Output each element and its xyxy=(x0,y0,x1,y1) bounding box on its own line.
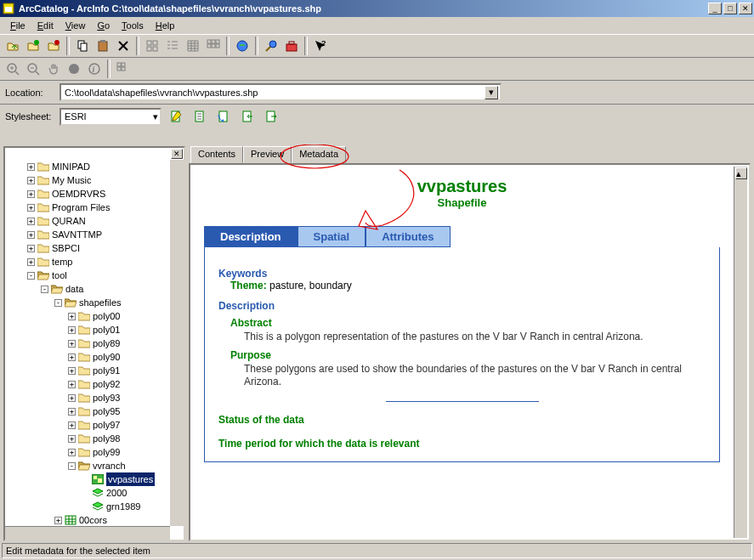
metadata-properties-button[interactable] xyxy=(190,107,209,126)
export-metadata-button[interactable] xyxy=(262,107,281,126)
tab-contents[interactable]: Contents xyxy=(190,146,243,163)
zoom-in-button[interactable] xyxy=(3,59,22,78)
menu-file[interactable]: File xyxy=(5,19,31,32)
close-button[interactable]: ✕ xyxy=(739,3,752,14)
whats-this-button[interactable]: ? xyxy=(311,37,330,55)
expand-toggle[interactable]: + xyxy=(27,231,35,239)
expand-toggle[interactable]: + xyxy=(68,354,76,361)
expand-toggle[interactable]: + xyxy=(27,163,35,171)
expand-toggle[interactable]: + xyxy=(68,340,76,348)
tree-item[interactable]: +poly90 xyxy=(7,350,182,364)
tree-item[interactable]: +temp xyxy=(7,255,182,269)
tree-item[interactable]: +poly91 xyxy=(7,364,182,377)
tree-item[interactable]: +poly95 xyxy=(7,404,182,418)
expand-toggle[interactable]: + xyxy=(27,258,35,266)
expand-toggle[interactable]: - xyxy=(41,286,48,293)
thumbnails-button[interactable] xyxy=(204,37,223,55)
expand-toggle[interactable]: + xyxy=(68,449,76,456)
expand-toggle[interactable]: + xyxy=(68,408,76,416)
tree-horizontal-scrollbar[interactable] xyxy=(5,526,170,540)
panel-close-button[interactable]: ✕ xyxy=(171,149,183,159)
expand-toggle[interactable]: + xyxy=(54,517,62,524)
expand-toggle[interactable]: - xyxy=(27,272,35,280)
tree-item[interactable]: +poly01 xyxy=(7,323,182,337)
paste-button[interactable] xyxy=(94,37,112,55)
menu-help[interactable]: Help xyxy=(150,19,180,32)
tree-item[interactable]: +poly93 xyxy=(7,391,182,404)
up-folder-button[interactable] xyxy=(3,37,22,55)
tree-item[interactable]: -tool xyxy=(7,269,182,282)
disconnect-folder-button[interactable] xyxy=(44,37,63,55)
tree-item[interactable]: -vvranch xyxy=(7,459,182,472)
scroll-up-icon[interactable]: ▴ xyxy=(735,167,747,179)
identify-button[interactable]: i xyxy=(85,59,104,78)
tree-item[interactable]: +Program Files xyxy=(7,201,182,214)
expand-toggle[interactable]: + xyxy=(27,177,35,184)
tree-item[interactable]: +poly99 xyxy=(7,445,182,459)
menu-view[interactable]: View xyxy=(60,19,91,32)
list-view-button[interactable] xyxy=(163,37,182,55)
tree-item[interactable]: vvpastures xyxy=(7,472,182,486)
dropdown-icon[interactable]: ▾ xyxy=(153,111,158,122)
catalog-tree[interactable]: +MINIPAD+My Music+OEMDRVRS+Program Files… xyxy=(5,148,184,540)
create-metadata-button[interactable] xyxy=(214,107,233,126)
menu-tools[interactable]: Tools xyxy=(116,19,149,32)
search-button[interactable] xyxy=(262,37,281,55)
expand-toggle[interactable]: + xyxy=(27,190,35,198)
toolbox-button[interactable] xyxy=(282,37,301,55)
tree-item[interactable]: +QURAN xyxy=(7,214,182,228)
expand-toggle[interactable]: + xyxy=(68,313,76,320)
expand-toggle[interactable]: + xyxy=(68,367,76,375)
connect-folder-button[interactable] xyxy=(24,37,43,55)
tree-item[interactable]: -data xyxy=(7,282,182,296)
expand-toggle[interactable]: + xyxy=(68,326,76,334)
tree-item[interactable]: +poly98 xyxy=(7,432,182,445)
create-thumbnail-button[interactable] xyxy=(114,59,133,78)
tab-preview[interactable]: Preview xyxy=(243,146,292,163)
expand-toggle[interactable]: + xyxy=(68,394,76,402)
expand-toggle[interactable]: + xyxy=(68,435,76,443)
edit-metadata-button[interactable] xyxy=(167,107,185,126)
menu-go[interactable]: Go xyxy=(92,19,115,32)
zoom-out-button[interactable] xyxy=(24,59,43,78)
tree-item[interactable]: -shapefiles xyxy=(7,296,182,309)
large-icons-button[interactable] xyxy=(143,37,162,55)
tree-vertical-scrollbar[interactable] xyxy=(170,160,184,526)
tree-item[interactable]: +SAVNTTMP xyxy=(7,228,182,241)
tree-item[interactable]: +SBPCI xyxy=(7,241,182,255)
doc-vertical-scrollbar[interactable]: ▴ xyxy=(734,167,747,538)
tree-item[interactable]: +poly00 xyxy=(7,309,182,323)
tree-item[interactable]: +MINIPAD xyxy=(7,160,182,173)
dropdown-icon[interactable]: ▾ xyxy=(485,86,498,99)
maximize-button[interactable]: □ xyxy=(723,3,737,14)
meta-tab-attributes[interactable]: Attributes xyxy=(366,226,450,247)
full-extent-button[interactable] xyxy=(65,59,83,78)
expand-toggle[interactable]: + xyxy=(68,421,76,429)
expand-toggle[interactable]: + xyxy=(27,245,35,252)
copy-button[interactable] xyxy=(73,37,92,55)
pan-button[interactable] xyxy=(44,59,63,78)
stylesheet-combo[interactable]: ESRI ▾ xyxy=(60,108,162,126)
expand-toggle[interactable]: + xyxy=(27,218,35,225)
import-metadata-button[interactable] xyxy=(238,107,257,126)
delete-button[interactable] xyxy=(114,37,133,55)
details-view-button[interactable] xyxy=(184,37,202,55)
expand-toggle[interactable]: - xyxy=(54,299,62,307)
tab-metadata[interactable]: Metadata xyxy=(292,146,346,163)
tree-item[interactable]: +OEMDRVRS xyxy=(7,187,182,201)
tree-item[interactable]: grn1989 xyxy=(7,500,182,513)
expand-toggle[interactable]: + xyxy=(27,204,35,212)
expand-toggle[interactable]: + xyxy=(68,381,76,388)
tree-item[interactable]: +poly92 xyxy=(7,377,182,391)
menu-edit[interactable]: Edit xyxy=(32,19,59,32)
tree-item[interactable]: +My Music xyxy=(7,173,182,187)
location-combo[interactable]: C:\tool\data\shapefiles\vvranch\vvpastur… xyxy=(60,83,502,101)
tree-item[interactable]: +00cors xyxy=(7,513,182,527)
minimize-button[interactable]: _ xyxy=(708,3,722,14)
tree-item[interactable]: +poly97 xyxy=(7,418,182,432)
tree-item[interactable]: 2000 xyxy=(7,486,182,500)
expand-toggle[interactable]: - xyxy=(68,462,76,470)
meta-tab-spatial[interactable]: Spatial xyxy=(298,226,366,247)
meta-tab-description[interactable]: Description xyxy=(204,226,298,247)
tree-item[interactable]: +poly89 xyxy=(7,337,182,350)
